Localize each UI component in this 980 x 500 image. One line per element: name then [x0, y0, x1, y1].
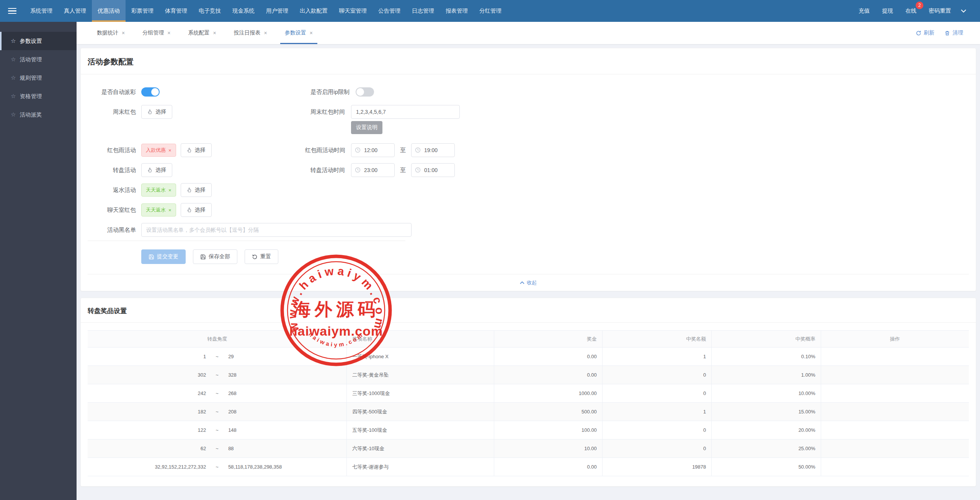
password-reset-button[interactable]: 密码重置	[923, 0, 957, 22]
sidebar-item[interactable]: ☆ 资格管理	[0, 87, 77, 105]
angle-to: 148	[228, 427, 341, 433]
star-icon: ☆	[11, 56, 16, 63]
rebate-select-button[interactable]: 选择	[181, 183, 212, 197]
top-nav: 系统管理 真人管理 优惠活动 彩票管理 体育管理 电子竞技 现金系统 用户管理 …	[24, 0, 507, 22]
col-header-quota: 中奖名额	[602, 331, 711, 348]
tab[interactable]: 分组管理 ×	[142, 22, 170, 44]
clear-tabs-button[interactable]: 清理	[944, 30, 963, 36]
wheel-prizes-table: 转盘角度 奖项名称 奖金 中奖名额 中奖概率 操作	[88, 330, 969, 476]
recharge-button[interactable]: 充值	[853, 0, 876, 22]
nav-item[interactable]: 日志管理	[406, 0, 440, 22]
menu-toggle-button[interactable]	[0, 0, 24, 22]
card2-title: 转盘奖品设置	[88, 307, 969, 315]
sidebar-item-label: 资格管理	[20, 93, 42, 100]
sidebar-item[interactable]: ☆ 活动管理	[0, 50, 77, 69]
tab-bar: 数据统计 × 分组管理 × 系统配置 × 投注日报表 ×	[77, 22, 980, 44]
sidebar-item-label: 活动管理	[20, 56, 42, 63]
hand-pointer-icon	[147, 167, 153, 173]
refresh-button[interactable]: 刷新	[916, 30, 934, 36]
tab-close-icon[interactable]: ×	[213, 30, 216, 36]
select-label: 选择	[195, 207, 206, 213]
ip-limit-toggle[interactable]	[356, 87, 374, 97]
actions-cell	[821, 384, 969, 403]
tilde-separator: ~	[206, 464, 228, 470]
sidebar-item[interactable]: ☆ 活动派奖	[0, 105, 77, 124]
save-all-button[interactable]: 保存全部	[193, 249, 237, 264]
table-row: 1 ~ 29 一等奖-iphone X 0.00 1 0.10%	[88, 348, 969, 366]
tab-label: 投注日报表	[234, 30, 261, 36]
weekend-select-button[interactable]: 选择	[141, 105, 172, 119]
angle-from: 1	[93, 354, 206, 359]
quota-cell: 1	[602, 348, 711, 366]
tilde-separator: ~	[206, 354, 228, 359]
rate-cell: 15.00%	[712, 403, 821, 421]
actions-cell	[821, 439, 969, 458]
star-icon: ☆	[11, 38, 16, 44]
form-divider	[88, 241, 405, 241]
nav-item[interactable]: 优惠活动	[92, 0, 126, 22]
tab[interactable]: 系统配置 ×	[188, 22, 216, 44]
hand-pointer-icon	[187, 148, 192, 153]
clear-label: 清理	[952, 30, 963, 36]
collapse-toggle[interactable]: 收起	[88, 274, 969, 291]
quota-cell: 0	[602, 421, 711, 439]
prize-name-cell: 五等奖-100现金	[347, 421, 494, 439]
actions-cell	[821, 366, 969, 384]
weekend-redpacket-label: 周末红包	[88, 105, 136, 119]
nav-item[interactable]: 电子竞技	[193, 0, 227, 22]
sidebar: ☆ 参数设置 ☆ 活动管理 ☆ 规则管理 ☆ 资格管理 ☆ 活动派奖	[0, 22, 77, 500]
nav-item[interactable]: 用户管理	[260, 0, 294, 22]
clock-icon	[415, 167, 421, 173]
nav-item[interactable]: 体育管理	[159, 0, 193, 22]
blacklist-input[interactable]	[141, 223, 412, 237]
withdraw-button[interactable]: 提现	[876, 0, 899, 22]
angle-range-cell: 182 ~ 208	[88, 403, 347, 421]
angle-from: 32,92,152,212,272,332	[93, 464, 206, 470]
tag-close-icon[interactable]: ×	[168, 148, 172, 153]
select-label: 选择	[155, 167, 166, 174]
nav-item[interactable]: 系统管理	[24, 0, 58, 22]
tab-close-icon[interactable]: ×	[167, 30, 170, 36]
chatroom-select-button[interactable]: 选择	[181, 203, 212, 217]
nav-item[interactable]: 出入款配置	[294, 0, 333, 22]
weekend-time-input[interactable]	[351, 105, 460, 119]
nav-item[interactable]: 真人管理	[58, 0, 92, 22]
header-actions: 充值 提现 在线 2 密码重置	[853, 0, 980, 22]
wheel-select-button[interactable]: 选择	[141, 163, 172, 177]
amount-cell: 500.00	[494, 403, 602, 421]
tab[interactable]: 参数设置 ×	[285, 22, 313, 44]
sidebar-item[interactable]: ☆ 参数设置	[0, 32, 77, 50]
nav-item[interactable]: 现金系统	[227, 0, 260, 22]
tag-close-icon[interactable]: ×	[168, 187, 172, 193]
rate-cell: 0.10%	[712, 348, 821, 366]
nav-item[interactable]: 分红管理	[474, 0, 507, 22]
reset-icon	[252, 254, 258, 260]
nav-item[interactable]: 聊天室管理	[333, 0, 373, 22]
tab[interactable]: 数据统计 ×	[97, 22, 125, 44]
tab-close-icon[interactable]: ×	[310, 30, 313, 36]
online-button[interactable]: 在线 2	[899, 0, 923, 22]
angle-from: 122	[93, 427, 206, 433]
tilde-separator: ~	[206, 427, 228, 433]
angle-to: 268	[228, 390, 341, 396]
hand-pointer-icon	[187, 207, 192, 213]
auto-payout-toggle[interactable]	[141, 87, 160, 97]
tab-close-icon[interactable]: ×	[122, 30, 125, 36]
submit-changes-button[interactable]: 提交变更	[141, 249, 186, 264]
online-label: 在线	[905, 7, 916, 15]
angle-to: 29	[228, 354, 341, 359]
tab-close-icon[interactable]: ×	[264, 30, 267, 36]
tilde-separator: ~	[206, 446, 228, 451]
user-menu-toggle[interactable]	[957, 0, 970, 22]
rain-select-button[interactable]: 选择	[181, 143, 212, 157]
nav-item[interactable]: 彩票管理	[126, 0, 159, 22]
angle-range-cell: 122 ~ 148	[88, 421, 347, 439]
blacklist-label: 活动黑名单	[88, 223, 136, 237]
tag-close-icon[interactable]: ×	[168, 207, 172, 213]
sidebar-item[interactable]: ☆ 规则管理	[0, 69, 77, 87]
nav-item[interactable]: 报表管理	[440, 0, 474, 22]
reset-button[interactable]: 重置	[245, 249, 278, 264]
nav-item[interactable]: 公告管理	[372, 0, 406, 22]
hand-pointer-icon	[147, 109, 153, 115]
tab[interactable]: 投注日报表 ×	[234, 22, 267, 44]
